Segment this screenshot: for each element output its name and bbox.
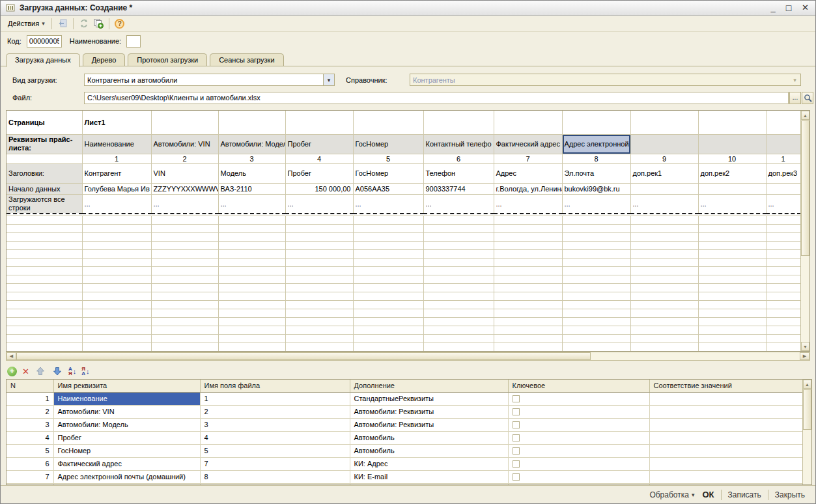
map-cell-key[interactable] xyxy=(508,405,649,418)
map-cell-addition[interactable]: СтандартныеРеквизиты xyxy=(350,392,508,405)
sheet-cell[interactable] xyxy=(698,334,766,343)
sheet-column-number[interactable]: 8 xyxy=(562,154,630,163)
sheet-cell[interactable] xyxy=(698,241,766,249)
sheet-cell[interactable] xyxy=(353,258,423,266)
sheet-column-number[interactable]: 9 xyxy=(630,154,698,163)
sheet-cell[interactable] xyxy=(562,283,630,292)
sheet-cell[interactable] xyxy=(285,326,353,334)
sheet-ellipsis-cell[interactable]: ... xyxy=(562,194,630,214)
map-cell-key[interactable] xyxy=(508,470,649,483)
sheet-attr-header[interactable]: Наименование xyxy=(82,134,151,154)
sheet-name-cell[interactable]: Лист1 xyxy=(82,111,151,134)
sheet-cell[interactable] xyxy=(698,224,766,232)
sheet-cell[interactable] xyxy=(285,232,353,241)
map-cell-addition[interactable]: КИ: E-mail xyxy=(350,470,508,483)
sheet-data-cell[interactable]: Голубева Марья Ив xyxy=(82,183,151,194)
map-cell-field[interactable]: 7 xyxy=(200,457,350,470)
map-cell-attr[interactable]: Автомобили: Модель xyxy=(53,418,200,431)
sheet-cell[interactable] xyxy=(353,343,423,351)
sheet-ellipsis-cell[interactable]: ... xyxy=(698,194,766,214)
sheet-cell[interactable] xyxy=(562,334,630,343)
minimize-button[interactable]: _ xyxy=(770,5,775,11)
sheet-cell[interactable] xyxy=(353,216,423,224)
sheet-data-cell[interactable] xyxy=(698,183,766,194)
sheet-cell[interactable] xyxy=(494,309,562,317)
map-cell[interactable] xyxy=(350,483,508,484)
sheet-column-number[interactable]: 5 xyxy=(353,154,423,163)
sheet-cell[interactable] xyxy=(285,300,353,309)
sheet-cell[interactable] xyxy=(698,258,766,266)
sheet-cell[interactable] xyxy=(630,283,698,292)
sheet-cell[interactable] xyxy=(218,317,285,326)
move-up-icon[interactable] xyxy=(35,365,46,377)
scroll-down-button[interactable]: ▼ xyxy=(801,342,809,351)
sheet-cell[interactable] xyxy=(630,292,698,300)
sheet-data-cell[interactable]: ВАЗ-2110 xyxy=(218,183,285,194)
sheet-cell[interactable] xyxy=(630,334,698,343)
sheet-header-cell[interactable]: Адрес xyxy=(494,163,562,183)
sheet-cell[interactable] xyxy=(218,343,285,351)
sheet-ellipsis-cell[interactable]: ... xyxy=(766,194,800,214)
name-input[interactable] xyxy=(126,35,141,48)
sheet-cell[interactable] xyxy=(562,292,630,300)
key-checkbox[interactable] xyxy=(513,395,520,402)
map-cell-match[interactable] xyxy=(649,457,802,470)
sheet-column-number[interactable]: 4 xyxy=(285,154,353,163)
refresh-icon[interactable] xyxy=(78,18,90,29)
copy-add-icon[interactable] xyxy=(92,18,104,29)
sheet-cell[interactable] xyxy=(285,241,353,249)
sheet-cell[interactable] xyxy=(423,343,494,351)
sheet-cell[interactable] xyxy=(218,241,285,249)
sheet-column-number[interactable]: 2 xyxy=(151,154,218,163)
sheet-ellipsis-cell[interactable]: ... xyxy=(353,194,423,214)
sheet-cell[interactable] xyxy=(82,232,151,241)
sheet-column-number[interactable]: 6 xyxy=(423,154,494,163)
sheet-cell[interactable] xyxy=(285,216,353,224)
map-cell-attr[interactable]: ГосНомер xyxy=(53,444,200,457)
sheet-cell[interactable] xyxy=(285,343,353,351)
sheet-cell[interactable] xyxy=(151,283,218,292)
sheet-header-cell[interactable]: Телефон xyxy=(423,163,494,183)
sheet-cell[interactable] xyxy=(285,224,353,232)
sheet-cell[interactable] xyxy=(285,258,353,266)
sheet-cell[interactable] xyxy=(766,309,800,317)
key-checkbox[interactable] xyxy=(513,460,520,468)
map-cell-n[interactable]: 1 xyxy=(7,392,53,405)
sheet-data-cell[interactable]: bukovki99@bk.ru xyxy=(562,183,630,194)
map-cell-n[interactable]: 3 xyxy=(7,418,53,431)
sheet-cell[interactable] xyxy=(494,317,562,326)
sheet-cell[interactable] xyxy=(353,275,423,283)
sheet-cell[interactable] xyxy=(353,224,423,232)
map-cell-field[interactable]: 2 xyxy=(200,405,350,418)
sheet-cell[interactable] xyxy=(151,216,218,224)
map-cell-addition[interactable]: КИ: Адрес xyxy=(350,457,508,470)
sheet-cell[interactable] xyxy=(151,266,218,275)
sheet-cell[interactable] xyxy=(423,292,494,300)
map-cell-key[interactable] xyxy=(508,431,649,444)
scroll-thumb[interactable] xyxy=(803,389,811,430)
sheet-cell[interactable] xyxy=(285,317,353,326)
sheet-cell[interactable] xyxy=(562,224,630,232)
sheet-cell[interactable] xyxy=(82,275,151,283)
sheet-cell[interactable] xyxy=(766,300,800,309)
map-cell-key[interactable] xyxy=(508,418,649,431)
sheet-cell[interactable] xyxy=(766,216,800,224)
map-cell-key[interactable] xyxy=(508,457,649,470)
key-checkbox[interactable] xyxy=(513,447,520,455)
sheet-attr-header[interactable] xyxy=(766,134,800,154)
sheet-cell[interactable] xyxy=(766,232,800,241)
sheet-cell[interactable] xyxy=(353,292,423,300)
sheet-cell[interactable] xyxy=(494,241,562,249)
sheet-ellipsis-cell[interactable]: ... xyxy=(494,194,562,214)
sheet-cell[interactable] xyxy=(698,309,766,317)
sheet-cell[interactable] xyxy=(423,249,494,258)
sheet-cell[interactable] xyxy=(82,283,151,292)
sheet-cell[interactable] xyxy=(82,292,151,300)
sheet-cell[interactable] xyxy=(218,292,285,300)
map-cell-attr[interactable]: Адрес электронной почты (домашний) xyxy=(53,470,200,483)
sheet-cell[interactable] xyxy=(353,317,423,326)
add-row-icon[interactable]: + xyxy=(7,367,17,376)
map-cell-n[interactable]: 7 xyxy=(7,470,53,483)
sheet-ellipsis-cell[interactable]: ... xyxy=(82,194,151,214)
sheet-cell[interactable] xyxy=(82,266,151,275)
